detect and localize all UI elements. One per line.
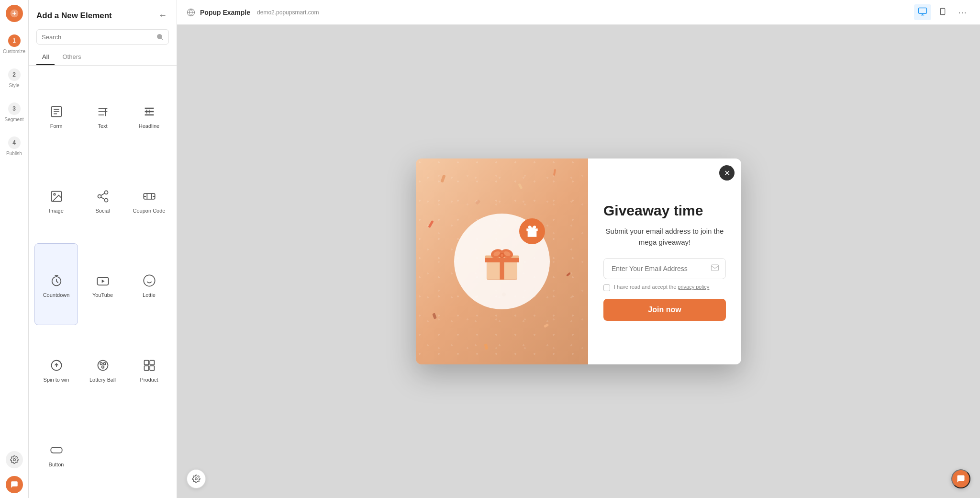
svg-point-6 — [54, 193, 56, 195]
svg-point-19 — [101, 366, 104, 368]
globe-icon — [187, 8, 195, 17]
gift-badge — [519, 218, 545, 244]
svg-rect-26 — [919, 8, 927, 14]
popup-heading: Giveaway time — [603, 202, 726, 219]
toolbar-title: Popup Example — [200, 9, 250, 16]
bottom-chat-button[interactable] — [951, 469, 970, 488]
mobile-icon — [939, 7, 947, 16]
svg-point-16 — [98, 361, 108, 371]
headline-label: Headline — [139, 123, 159, 129]
social-label: Social — [96, 208, 110, 214]
search-icon — [156, 33, 164, 41]
settings-button[interactable] — [6, 451, 23, 468]
email-input-wrap — [603, 258, 726, 279]
element-image[interactable]: Image — [34, 159, 78, 241]
more-button[interactable]: ⋯ — [954, 5, 970, 20]
element-text[interactable]: Text — [81, 74, 124, 156]
join-now-button[interactable]: Join now — [603, 299, 726, 321]
lottie-icon — [141, 272, 158, 289]
step-3-label: Segment — [4, 117, 23, 122]
image-icon — [48, 188, 65, 205]
element-lottery[interactable]: Lottery Ball — [81, 328, 124, 410]
headline-icon: H — [141, 103, 158, 120]
toolbar-url: demo2.popupsmart.com — [257, 9, 319, 16]
element-social[interactable]: Social — [81, 159, 124, 241]
chat-button[interactable] — [6, 476, 23, 493]
mobile-button[interactable] — [935, 4, 950, 20]
svg-point-18 — [103, 362, 106, 365]
element-headline[interactable]: H Headline — [127, 74, 171, 156]
svg-text:H: H — [146, 108, 150, 114]
tab-others[interactable]: Others — [56, 50, 87, 65]
search-input[interactable] — [42, 34, 156, 41]
privacy-text: I have read and accept the privacy polic… — [614, 284, 709, 290]
youtube-label: YouTube — [92, 292, 113, 298]
form-label: Form — [50, 123, 63, 129]
privacy-policy-link[interactable]: privacy policy — [678, 284, 709, 290]
desktop-button[interactable] — [914, 4, 931, 20]
svg-point-17 — [100, 362, 102, 365]
element-form[interactable]: Form — [34, 74, 78, 156]
bottom-settings-button[interactable] — [187, 469, 206, 488]
countdown-label: Countdown — [43, 292, 70, 298]
gift-badge-icon — [525, 225, 539, 238]
button-label: Button — [49, 462, 64, 467]
back-button[interactable]: ← — [156, 9, 169, 23]
social-icon — [94, 188, 111, 205]
step-2-style[interactable]: 2 Style — [0, 66, 28, 91]
gift-box-svg — [480, 240, 523, 283]
step-1-customize[interactable]: 1 Customize — [0, 32, 28, 57]
email-input[interactable] — [603, 258, 726, 279]
step-sidebar: 1 Customize 2 Style 3 Segment 4 Publish — [0, 0, 29, 498]
tabs: All Others — [29, 50, 177, 66]
privacy-checkbox[interactable] — [603, 284, 610, 291]
svg-point-9 — [104, 199, 108, 202]
element-spin[interactable]: Spin to win — [34, 328, 78, 410]
element-button[interactable]: Button — [34, 412, 78, 494]
tab-all[interactable]: All — [36, 50, 55, 65]
element-coupon[interactable]: Coupon Code — [127, 159, 171, 241]
element-product[interactable]: Product — [127, 328, 171, 410]
email-icon — [711, 263, 719, 274]
canvas: ✕ Giveaway time Submit your email addres… — [177, 25, 980, 498]
svg-rect-32 — [485, 258, 519, 262]
elements-grid: Form Text H Headline Image — [29, 70, 177, 498]
image-label: Image — [49, 208, 64, 214]
element-youtube[interactable]: YouTube — [81, 243, 124, 325]
product-icon — [141, 357, 158, 374]
svg-rect-22 — [144, 366, 148, 370]
svg-point-1 — [13, 459, 15, 461]
step-3-segment[interactable]: 3 Segment — [0, 100, 28, 125]
button-icon — [48, 441, 65, 459]
popup-right-panel: ✕ Giveaway time Submit your email addres… — [588, 158, 741, 364]
form-icon — [48, 103, 65, 120]
step-3-number: 3 — [8, 102, 21, 115]
gift-container — [454, 214, 550, 309]
element-countdown[interactable]: Countdown — [34, 243, 78, 325]
search-bar[interactable] — [36, 29, 169, 45]
svg-rect-23 — [150, 366, 154, 370]
text-icon — [94, 103, 111, 120]
svg-point-40 — [195, 478, 198, 480]
text-label: Text — [98, 123, 107, 129]
close-button[interactable]: ✕ — [719, 165, 735, 181]
svg-rect-21 — [150, 361, 154, 365]
lottery-label: Lottery Ball — [89, 377, 116, 383]
svg-point-38 — [501, 254, 503, 257]
panel-header: Add a New Element ← — [29, 0, 177, 29]
desktop-icon — [918, 7, 927, 16]
step-4-label: Publish — [6, 151, 22, 156]
svg-point-8 — [98, 194, 101, 198]
step-4-publish[interactable]: 4 Publish — [0, 134, 28, 159]
main-content: Popup Example demo2.popupsmart.com ⋯ — [177, 0, 980, 498]
step-2-label: Style — [9, 83, 19, 88]
element-lottie[interactable]: Lottie — [127, 243, 171, 325]
lottery-icon — [94, 357, 111, 374]
panel-title: Add a New Element — [36, 11, 112, 21]
app-icon — [6, 5, 23, 22]
element-panel: Add a New Element ← All Others Form Text… — [29, 0, 177, 498]
svg-rect-27 — [940, 8, 945, 14]
toolbar: Popup Example demo2.popupsmart.com ⋯ — [177, 0, 980, 25]
countdown-icon — [48, 272, 65, 289]
device-controls: ⋯ — [914, 4, 970, 20]
